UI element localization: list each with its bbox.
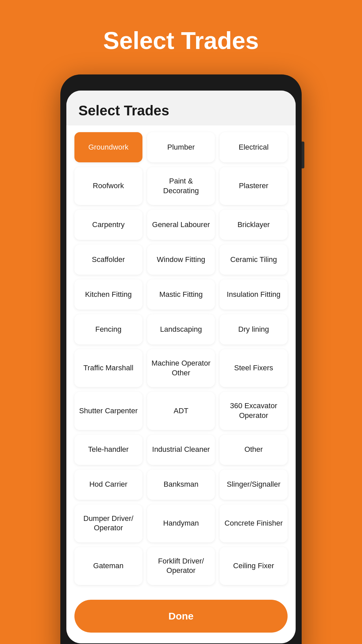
trade-btn-adt[interactable]: ADT	[147, 392, 215, 430]
trade-btn-machine-operator-other[interactable]: Machine Operator Other	[147, 349, 215, 387]
trade-btn-bricklayer[interactable]: Bricklayer	[220, 210, 288, 240]
trade-btn-carpentry[interactable]: Carpentry	[74, 210, 142, 240]
trade-btn-shutter-carpenter[interactable]: Shutter Carpenter	[74, 392, 142, 430]
done-button[interactable]: Done	[74, 600, 288, 633]
trade-btn-hod-carrier[interactable]: Hod Carrier	[74, 470, 142, 500]
trade-btn-banksman[interactable]: Banksman	[147, 470, 215, 500]
trade-btn-insulation-fitting[interactable]: Insulation Fitting	[220, 279, 288, 310]
screen-header: Select Trades	[66, 91, 296, 125]
trade-btn-plasterer[interactable]: Plasterer	[220, 167, 288, 205]
trade-btn-roofwork[interactable]: Roofwork	[74, 167, 142, 205]
phone-notch	[168, 81, 194, 87]
trade-btn-concrete-finisher[interactable]: Concrete Finisher	[220, 504, 288, 542]
trade-btn-mastic-fitting[interactable]: Mastic Fitting	[147, 279, 215, 310]
trade-btn-360-excavator-operator[interactable]: 360 Excavator Operator	[220, 392, 288, 430]
trade-btn-dumper-driver-operator[interactable]: Dumper Driver/ Operator	[74, 504, 142, 542]
done-btn-container: Done	[66, 593, 296, 643]
trade-btn-traffic-marshall[interactable]: Traffic Marshall	[74, 349, 142, 387]
trade-btn-tele-handler[interactable]: Tele-handler	[74, 435, 142, 465]
trade-btn-landscaping[interactable]: Landscaping	[147, 314, 215, 344]
trade-btn-scaffolder[interactable]: Scaffolder	[74, 245, 142, 275]
trade-btn-groundwork[interactable]: Groundwork	[74, 132, 142, 162]
trades-grid: GroundworkPlumberElectricalRoofworkPaint…	[74, 132, 288, 585]
trade-btn-kitchen-fitting[interactable]: Kitchen Fitting	[74, 279, 142, 310]
trade-btn-other[interactable]: Other	[220, 435, 288, 465]
trade-btn-ceramic-tiling[interactable]: Ceramic Tiling	[220, 245, 288, 275]
page-title: Select Trades	[103, 27, 259, 54]
trade-btn-paint-decorating[interactable]: Paint & Decorating	[147, 167, 215, 205]
trade-btn-plumber[interactable]: Plumber	[147, 132, 215, 162]
trade-btn-industrial-cleaner[interactable]: Industrial Cleaner	[147, 435, 215, 465]
phone-frame: Select Trades GroundworkPlumberElectrica…	[60, 74, 302, 644]
trade-btn-gateman[interactable]: Gateman	[74, 547, 142, 585]
trade-btn-electrical[interactable]: Electrical	[220, 132, 288, 162]
trade-btn-dry-lining[interactable]: Dry lining	[220, 314, 288, 344]
trade-btn-fencing[interactable]: Fencing	[74, 314, 142, 344]
trade-btn-handyman[interactable]: Handyman	[147, 504, 215, 542]
trade-btn-general-labourer[interactable]: General Labourer	[147, 210, 215, 240]
trade-btn-slinger-signaller[interactable]: Slinger/Signaller	[220, 470, 288, 500]
trade-btn-forklift-driver-operator[interactable]: Forklift Driver/ Operator	[147, 547, 215, 585]
trades-grid-container: GroundworkPlumberElectricalRoofworkPaint…	[66, 125, 296, 593]
screen-title: Select Trades	[78, 103, 284, 119]
trade-btn-steel-fixers[interactable]: Steel Fixers	[220, 349, 288, 387]
trade-btn-ceiling-fixer[interactable]: Ceiling Fixer	[220, 547, 288, 585]
trade-btn-window-fitting[interactable]: Window Fitting	[147, 245, 215, 275]
phone-screen: Select Trades GroundworkPlumberElectrica…	[66, 91, 296, 643]
